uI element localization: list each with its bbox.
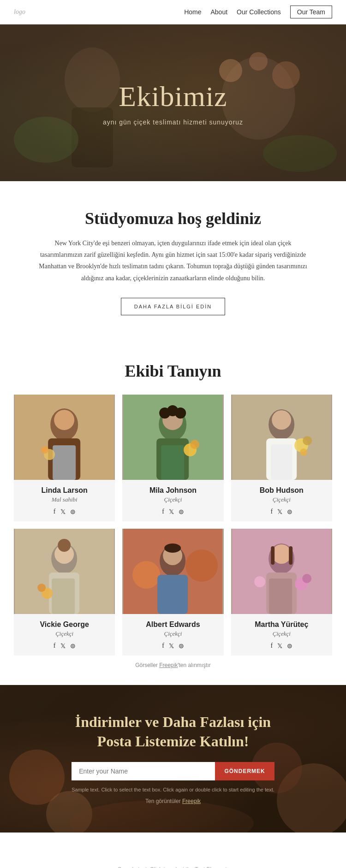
team-info-5: Martha Yürüteç Çiçekçi f 𝕏 ⊚ bbox=[231, 614, 332, 655]
facebook-icon-2[interactable]: f bbox=[270, 508, 273, 516]
team-role-4: Çiçekçi bbox=[127, 630, 219, 638]
svg-point-15 bbox=[41, 446, 48, 454]
team-card-3: Vickie George Çiçekçi f 𝕏 ⊚ bbox=[14, 529, 115, 655]
logo: logo bbox=[14, 8, 25, 16]
social-icons-0: f 𝕏 ⊚ bbox=[18, 508, 110, 516]
hero-section: Ekibimiz aynı gün çiçek teslimatı hizmet… bbox=[0, 24, 346, 181]
team-name-3: Vickie George bbox=[18, 620, 110, 629]
team-heading: Ekibi Tanıyın bbox=[14, 361, 332, 381]
team-photo-3 bbox=[14, 529, 115, 614]
team-name-4: Albert Edwards bbox=[127, 620, 219, 629]
svg-point-7 bbox=[14, 117, 78, 163]
facebook-icon-3[interactable]: f bbox=[54, 642, 56, 650]
svg-point-8 bbox=[263, 135, 337, 172]
team-info-2: Bob Hudson Çiçekçi f 𝕏 ⊚ bbox=[231, 480, 332, 521]
facebook-icon-1[interactable]: f bbox=[162, 508, 164, 516]
team-img-0 bbox=[14, 395, 115, 480]
team-card-0: Linda Larson Mal sahibi f 𝕏 ⊚ bbox=[14, 395, 115, 521]
svg-rect-39 bbox=[52, 579, 75, 614]
svg-point-33 bbox=[300, 449, 307, 456]
bottom-sample-text: Sample text. Click to select the Text El… bbox=[118, 866, 228, 868]
team-role-1: Çiçekçi bbox=[127, 496, 219, 503]
nav-links: Home About Our Collections Our Team bbox=[184, 6, 332, 18]
team-name-5: Martha Yürüteç bbox=[236, 620, 328, 629]
svg-point-5 bbox=[249, 52, 268, 71]
team-img-4 bbox=[122, 529, 223, 614]
svg-rect-56 bbox=[269, 579, 292, 614]
hero-subtitle: aynı gün çiçek teslimatı hizmeti sunuyor… bbox=[103, 118, 243, 126]
twitter-icon-2[interactable]: 𝕏 bbox=[277, 508, 282, 516]
svg-point-49 bbox=[164, 543, 181, 553]
twitter-icon-4[interactable]: 𝕏 bbox=[169, 642, 174, 650]
twitter-icon-3[interactable]: 𝕏 bbox=[60, 642, 66, 650]
svg-point-58 bbox=[302, 574, 311, 583]
instagram-icon-5[interactable]: ⊚ bbox=[287, 642, 292, 650]
newsletter-freepik-note: Ten görüntüler Freepik bbox=[72, 798, 274, 804]
welcome-section: Stüdyomuza hoş geldiniz New York City'de… bbox=[0, 181, 346, 338]
svg-rect-30 bbox=[271, 444, 292, 480]
newsletter-submit-button[interactable]: GÖNDERMEK bbox=[215, 762, 274, 780]
freepik-link[interactable]: Freepik bbox=[159, 662, 178, 668]
welcome-heading: Stüdyomuza hoş geldiniz bbox=[37, 209, 309, 228]
team-card-1: Mila Johnson Çiçekçi f 𝕏 ⊚ bbox=[122, 395, 223, 521]
svg-point-4 bbox=[219, 59, 242, 82]
newsletter-sample-text: Sample text. Click to select the text bo… bbox=[72, 787, 274, 792]
team-card-5: Martha Yürüteç Çiçekçi f 𝕏 ⊚ bbox=[231, 529, 332, 655]
team-role-2: Çiçekçi bbox=[236, 496, 328, 503]
nav-about[interactable]: About bbox=[210, 8, 227, 16]
facebook-icon-0[interactable]: f bbox=[54, 508, 56, 516]
social-icons-4: f 𝕏 ⊚ bbox=[127, 642, 219, 650]
team-img-2 bbox=[231, 395, 332, 480]
svg-point-29 bbox=[272, 410, 291, 430]
svg-rect-13 bbox=[53, 445, 76, 480]
social-icons-2: f 𝕏 ⊚ bbox=[236, 508, 328, 516]
team-name-2: Bob Hudson bbox=[236, 486, 328, 495]
social-icons-5: f 𝕏 ⊚ bbox=[236, 642, 328, 650]
learn-more-button[interactable]: DAHA FAZLA BİLGİ EDİN bbox=[121, 298, 226, 315]
team-role-5: Çiçekçi bbox=[236, 630, 328, 638]
nav-our-team[interactable]: Our Team bbox=[290, 6, 332, 18]
freepik-note: Görseller Freepik'ten alınmıştır bbox=[14, 655, 332, 671]
instagram-icon-2[interactable]: ⊚ bbox=[287, 508, 292, 516]
facebook-icon-4[interactable]: f bbox=[162, 642, 164, 650]
hero-content: Ekibimiz aynı gün çiçek teslimatı hizmet… bbox=[103, 80, 243, 126]
svg-rect-23 bbox=[161, 445, 184, 480]
team-photo-0 bbox=[14, 395, 115, 480]
svg-point-44 bbox=[185, 549, 218, 582]
hero-title: Ekibimiz bbox=[103, 80, 243, 113]
social-icons-1: f 𝕏 ⊚ bbox=[127, 508, 219, 516]
svg-point-25 bbox=[190, 440, 199, 449]
svg-point-43 bbox=[132, 561, 160, 589]
svg-rect-55 bbox=[289, 546, 292, 565]
team-card-4: Albert Edwards Çiçekçi f 𝕏 ⊚ bbox=[122, 529, 223, 655]
instagram-icon-3[interactable]: ⊚ bbox=[70, 642, 76, 650]
twitter-icon-0[interactable]: 𝕏 bbox=[60, 508, 66, 516]
newsletter-heading: İndirimler ve Daha Fazlası içinPosta Lis… bbox=[72, 713, 274, 751]
svg-point-41 bbox=[37, 584, 46, 592]
newsletter-content: İndirimler ve Daha Fazlası içinPosta Lis… bbox=[72, 713, 274, 804]
team-role-3: Çiçekçi bbox=[18, 630, 110, 638]
svg-rect-54 bbox=[271, 546, 274, 565]
instagram-icon-1[interactable]: ⊚ bbox=[179, 508, 184, 516]
instagram-icon-0[interactable]: ⊚ bbox=[70, 508, 76, 516]
svg-point-22 bbox=[175, 407, 186, 419]
team-name-0: Linda Larson bbox=[18, 486, 110, 495]
team-img-5 bbox=[231, 529, 332, 614]
twitter-icon-5[interactable]: 𝕏 bbox=[277, 642, 282, 650]
newsletter-name-input[interactable] bbox=[72, 762, 215, 780]
team-section: Ekibi Tanıyın bbox=[0, 338, 346, 685]
team-photo-2 bbox=[231, 395, 332, 480]
team-img-3 bbox=[14, 529, 115, 614]
newsletter-freepik-link[interactable]: Freepik bbox=[182, 798, 201, 804]
team-info-1: Mila Johnson Çiçekçi f 𝕏 ⊚ bbox=[122, 480, 223, 521]
svg-point-38 bbox=[58, 539, 71, 552]
team-name-1: Mila Johnson bbox=[127, 486, 219, 495]
facebook-icon-5[interactable]: f bbox=[270, 642, 273, 650]
welcome-body: New York City'de eşi benzeri olmayan, iç… bbox=[37, 237, 309, 284]
twitter-icon-1[interactable]: 𝕏 bbox=[169, 508, 174, 516]
svg-point-59 bbox=[254, 576, 265, 587]
nav-collections[interactable]: Our Collections bbox=[237, 8, 281, 16]
nav-home[interactable]: Home bbox=[184, 8, 201, 16]
instagram-icon-4[interactable]: ⊚ bbox=[179, 642, 184, 650]
bottom-section: Sample text. Click to select the Text El… bbox=[0, 833, 346, 868]
